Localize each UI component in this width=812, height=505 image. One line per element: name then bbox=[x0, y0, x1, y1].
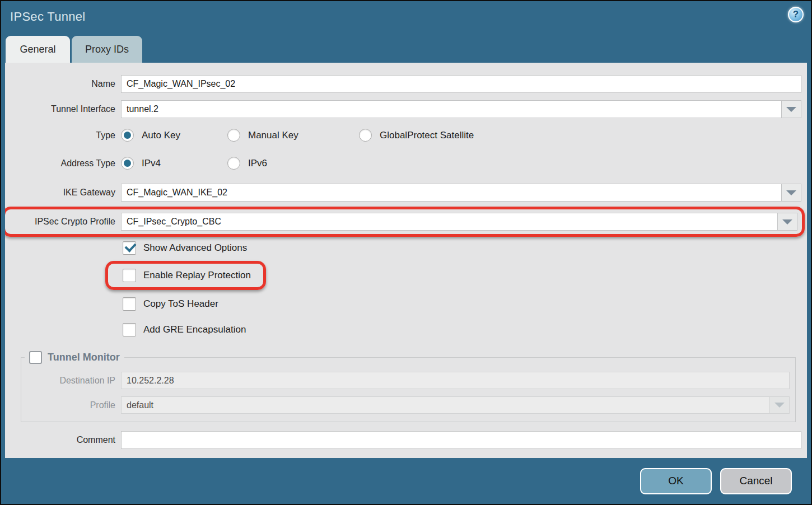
ipsec-tunnel-dialog: IPSec Tunnel ? General Proxy IDs Name Tu… bbox=[0, 0, 812, 505]
advanced-options-group: Show Advanced Options Enable Replay Prot… bbox=[123, 241, 801, 336]
copy-tos-header-row[interactable]: Copy ToS Header bbox=[123, 297, 801, 311]
ipsec-crypto-profile-input[interactable] bbox=[121, 213, 797, 231]
add-gre-encapsulation-label: Add GRE Encapsulation bbox=[143, 324, 246, 335]
dialog-title: IPSec Tunnel bbox=[10, 10, 85, 24]
ike-gateway-input[interactable] bbox=[121, 184, 801, 202]
tunnel-interface-dropdown-button[interactable] bbox=[781, 101, 801, 118]
type-option-auto-key[interactable]: Auto Key bbox=[121, 129, 227, 142]
show-advanced-options-checkbox[interactable] bbox=[123, 241, 136, 255]
comment-label: Comment bbox=[5, 435, 121, 445]
chevron-down-icon bbox=[786, 107, 796, 112]
dialog-footer: OK Cancel bbox=[1, 458, 811, 504]
enable-replay-protection-label: Enable Replay Protection bbox=[143, 270, 251, 281]
copy-tos-header-checkbox[interactable] bbox=[123, 297, 136, 311]
monitor-profile-dropdown-button bbox=[769, 397, 789, 413]
dialog-titlebar: IPSec Tunnel ? bbox=[1, 1, 811, 36]
ike-gateway-label: IKE Gateway bbox=[5, 188, 121, 198]
help-icon[interactable]: ? bbox=[788, 7, 804, 22]
address-type-radio-group: IPv4 IPv6 bbox=[121, 157, 284, 170]
monitor-profile-input bbox=[121, 396, 790, 414]
type-radio-group: Auto Key Manual Key GlobalProtect Satell… bbox=[121, 129, 491, 142]
radio-manual-key[interactable] bbox=[227, 129, 240, 142]
radio-manual-key-label: Manual Key bbox=[248, 130, 298, 141]
radio-globalprotect-satellite[interactable] bbox=[359, 129, 372, 142]
type-label: Type bbox=[5, 130, 121, 141]
ipsec-crypto-profile-row: IPSec Crypto Profile bbox=[5, 213, 797, 231]
name-label: Name bbox=[5, 79, 121, 89]
type-option-globalprotect-satellite[interactable]: GlobalProtect Satellite bbox=[359, 129, 474, 142]
radio-auto-key[interactable] bbox=[121, 129, 134, 142]
tab-bar: General Proxy IDs bbox=[1, 36, 811, 63]
add-gre-encapsulation-row[interactable]: Add GRE Encapsulation bbox=[123, 323, 801, 336]
ike-gateway-row: IKE Gateway bbox=[5, 184, 801, 202]
tunnel-interface-label: Tunnel Interface bbox=[5, 104, 121, 114]
monitor-profile-label: Profile bbox=[21, 400, 121, 410]
address-type-label: Address Type bbox=[5, 158, 121, 169]
radio-ipv4[interactable] bbox=[121, 157, 134, 170]
name-input[interactable] bbox=[121, 75, 801, 93]
tab-general[interactable]: General bbox=[6, 36, 70, 63]
comment-input[interactable] bbox=[121, 431, 801, 449]
type-row: Type Auto Key Manual Key GlobalProtect S… bbox=[5, 129, 801, 142]
copy-tos-header-label: Copy ToS Header bbox=[143, 298, 218, 310]
tunnel-monitor-section: Tunnel Monitor Destination IP Profile bbox=[21, 351, 796, 422]
radio-auto-key-label: Auto Key bbox=[142, 130, 180, 141]
tab-proxy-ids-label: Proxy IDs bbox=[85, 44, 129, 55]
address-type-option-ipv6[interactable]: IPv6 bbox=[227, 157, 267, 170]
tab-proxy-ids[interactable]: Proxy IDs bbox=[72, 36, 142, 63]
cancel-button[interactable]: Cancel bbox=[720, 468, 792, 494]
highlight-ipsec-crypto-profile: IPSec Crypto Profile bbox=[5, 207, 805, 237]
radio-ipv6-label: IPv6 bbox=[248, 158, 267, 169]
tunnel-monitor-label: Tunnel Monitor bbox=[48, 352, 120, 363]
ipsec-crypto-profile-dropdown-button[interactable] bbox=[777, 213, 797, 230]
destination-ip-label: Destination IP bbox=[21, 376, 121, 386]
chevron-down-icon bbox=[774, 403, 785, 408]
show-advanced-options-label: Show Advanced Options bbox=[143, 242, 247, 254]
destination-ip-row: Destination IP bbox=[21, 372, 790, 389]
radio-globalprotect-satellite-label: GlobalProtect Satellite bbox=[380, 130, 474, 141]
address-type-row: Address Type IPv4 IPv6 bbox=[5, 157, 801, 170]
enable-replay-protection-row[interactable]: Enable Replay Protection bbox=[123, 269, 251, 282]
enable-replay-protection-checkbox[interactable] bbox=[123, 269, 136, 282]
name-row: Name bbox=[5, 75, 801, 93]
ipsec-crypto-profile-label: IPSec Crypto Profile bbox=[5, 217, 121, 227]
ok-button[interactable]: OK bbox=[640, 468, 712, 494]
add-gre-encapsulation-checkbox[interactable] bbox=[123, 323, 136, 336]
chevron-down-icon bbox=[782, 219, 792, 225]
general-tab-panel: Name Tunnel Interface Type Auto Key bbox=[5, 63, 807, 458]
tunnel-monitor-legend: Tunnel Monitor bbox=[25, 351, 124, 364]
tunnel-interface-input[interactable] bbox=[121, 100, 801, 118]
destination-ip-input bbox=[121, 372, 790, 389]
highlight-enable-replay-protection: Enable Replay Protection bbox=[105, 261, 266, 290]
address-type-option-ipv4[interactable]: IPv4 bbox=[121, 157, 227, 170]
show-advanced-options-row[interactable]: Show Advanced Options bbox=[123, 241, 801, 255]
type-option-manual-key[interactable]: Manual Key bbox=[227, 129, 359, 142]
comment-row: Comment bbox=[5, 431, 801, 449]
monitor-profile-row: Profile bbox=[21, 396, 790, 414]
radio-ipv6[interactable] bbox=[227, 157, 240, 170]
radio-ipv4-label: IPv4 bbox=[142, 158, 161, 169]
tab-general-label: General bbox=[20, 44, 55, 55]
chevron-down-icon bbox=[786, 190, 796, 195]
ike-gateway-dropdown-button[interactable] bbox=[781, 184, 801, 201]
tunnel-monitor-checkbox[interactable] bbox=[29, 351, 42, 364]
tunnel-interface-row: Tunnel Interface bbox=[5, 100, 801, 118]
